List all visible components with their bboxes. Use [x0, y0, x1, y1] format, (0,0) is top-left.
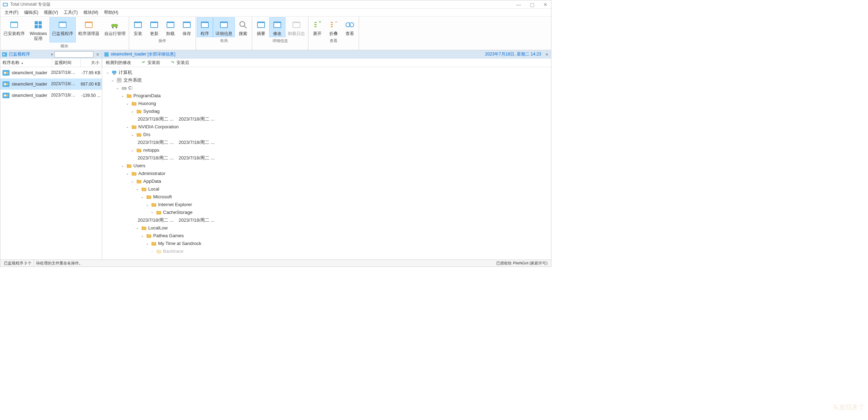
svg-point-14: [116, 27, 117, 28]
tree-node[interactable]: ⌄Administrator: [102, 170, 551, 177]
tab-detected[interactable]: 检测到的修改: [102, 59, 138, 67]
ribbon-autorun-button[interactable]: 自运行管理: [102, 17, 128, 42]
collapse-toggle-icon[interactable]: ⌄: [105, 70, 110, 74]
ribbon-save-button[interactable]: 保存: [179, 17, 195, 37]
collapse-toggle-icon[interactable]: ⌄: [130, 109, 135, 113]
menu-item-3[interactable]: 工具(T): [61, 9, 80, 16]
tree-node[interactable]: ⌄文件系统: [102, 76, 551, 84]
installed-icon: [8, 19, 20, 30]
ribbon-search-button[interactable]: 搜索: [235, 17, 251, 37]
tree-dates-row[interactable]: 2023/7/18/周二 ...2023/7/18/周二 ...: [102, 216, 551, 224]
ribbon-winapps-button[interactable]: Windows 应用: [27, 17, 50, 42]
undo-arrow-icon: ↶: [142, 60, 145, 65]
col-name[interactable]: 程序名称 ▲: [0, 59, 52, 67]
tree-node[interactable]: ⌄Sysdiag: [102, 107, 551, 115]
menu-item-2[interactable]: 视图(V): [41, 9, 61, 16]
tree-node[interactable]: ⌄nvtopps: [102, 146, 551, 154]
tree-node[interactable]: ⌄Local: [102, 185, 551, 193]
tab-after[interactable]: ↷安装后: [167, 59, 196, 67]
maximize-button[interactable]: ▢: [528, 2, 536, 7]
ribbon-update-button[interactable]: 更新: [146, 17, 162, 37]
collapse-toggle-icon[interactable]: ⌄: [130, 148, 135, 152]
folder-icon: [156, 249, 162, 254]
menu-item-4[interactable]: 模块(M): [81, 9, 101, 16]
list-item[interactable]: steamclient_loader2023/7/18/周二 ...-139.5…: [0, 90, 102, 101]
collapse-toggle-icon[interactable]: ⌄: [125, 125, 130, 129]
collapse-toggle-icon[interactable]: ⌄: [145, 203, 150, 206]
tree-node[interactable]: ⌄Drs: [102, 131, 551, 139]
tree-node[interactable]: ⌄ProgramData: [102, 92, 551, 100]
tab-label: 检测到的修改: [106, 60, 131, 66]
tab-before[interactable]: ↶安装前: [138, 59, 167, 67]
left-panel-close-icon[interactable]: ×: [95, 52, 100, 57]
ribbon-install-button[interactable]: 安装: [130, 17, 146, 37]
collapse-toggle-icon[interactable]: ⌄: [140, 234, 145, 238]
list-item[interactable]: steamclient_loader2023/7/18/周二 ...-77.95…: [0, 67, 102, 78]
collapse-toggle-icon[interactable]: ⌄: [120, 164, 125, 168]
tree-node[interactable]: ⌄AppData: [102, 177, 551, 185]
menu-item-0[interactable]: 文件(F): [2, 9, 21, 16]
tree-node[interactable]: ⌄计算机: [102, 69, 551, 76]
tree-node[interactable]: ⌄Pathea Games: [102, 232, 551, 240]
tree-node[interactable]: ⌄Microsoft: [102, 193, 551, 201]
collapse-toggle-icon[interactable]: ⌄: [145, 241, 150, 245]
menu-item-1[interactable]: 编辑(E): [21, 9, 41, 16]
tree-label: Backtrace: [163, 249, 184, 254]
collapse-toggle-icon[interactable]: ⌄: [125, 171, 130, 175]
tree-node[interactable]: ⌄Users: [102, 162, 551, 170]
col-size[interactable]: 大小: [81, 59, 102, 67]
menu-item-5[interactable]: 帮助(H): [101, 9, 121, 16]
tree-node[interactable]: ›Backtrace: [102, 247, 551, 255]
tree-node[interactable]: ⌄My Time at Sandrock: [102, 240, 551, 247]
svg-rect-36: [314, 24, 317, 25]
tree-dates-row[interactable]: 2023/7/18/周二 ...2023/7/18/周二 ...: [102, 139, 551, 146]
tree-node[interactable]: ⌄Internet Explorer: [102, 201, 551, 209]
collapse-toggle-icon[interactable]: ⌄: [135, 226, 140, 230]
program-icon: [2, 69, 10, 77]
tree-node[interactable]: ⌄NVIDIA Corporation: [102, 123, 551, 131]
cleaner-icon: [83, 19, 94, 30]
right-panel-close-icon[interactable]: ×: [544, 52, 550, 57]
tree-node[interactable]: ⌄C:: [102, 84, 551, 92]
collapse-toggle-icon[interactable]: ⌄: [140, 195, 145, 199]
collapse-toggle-icon[interactable]: ⌄: [135, 187, 140, 191]
list-item[interactable]: steamclient_loader2023/7/18/周二 ...667.00…: [0, 78, 102, 90]
program-list: steamclient_loader2023/7/18/周二 ...-77.95…: [0, 67, 102, 259]
ribbon-monitored-button[interactable]: 已监视程序: [50, 17, 76, 42]
tree-label: C:: [128, 85, 133, 91]
ribbon-cleaner-button[interactable]: 程序清理器: [76, 17, 102, 42]
list-item-name: steamclient_loader: [12, 82, 51, 87]
ribbon-installed-button[interactable]: 已安装程序: [1, 17, 27, 42]
tree-dates-row[interactable]: 2023/7/18/周二 ...2023/7/18/周二 ...: [102, 115, 551, 123]
ribbon-collapse-button[interactable]: −折叠: [325, 17, 342, 37]
expand-toggle-icon[interactable]: ›: [150, 210, 155, 214]
ribbon-view-button[interactable]: 查看: [342, 17, 358, 37]
ribbon-expand-button[interactable]: +展开: [309, 17, 325, 37]
ribbon-details-button[interactable]: 详细信息: [213, 17, 235, 37]
expand-toggle-icon[interactable]: ›: [150, 249, 155, 253]
ribbon-uninstall-button[interactable]: 卸载: [162, 17, 179, 37]
minimize-button[interactable]: ―: [515, 2, 522, 7]
close-button[interactable]: ✕: [542, 2, 549, 7]
collapse-toggle-icon[interactable]: ⌄: [130, 133, 135, 136]
svg-rect-18: [151, 23, 157, 27]
filter-icon[interactable]: ▾: [51, 52, 53, 57]
ribbon-summary-button[interactable]: 摘要: [253, 17, 269, 37]
tree-node[interactable]: ⌄LocalLow: [102, 224, 551, 232]
ribbon-modify-button[interactable]: 修改: [269, 17, 285, 37]
ribbon-program-button[interactable]: 程序: [197, 17, 213, 37]
tree-date: 2023/7/18/周二 ...: [179, 139, 215, 146]
collapse-toggle-icon[interactable]: ⌄: [115, 86, 120, 90]
collapse-toggle-icon[interactable]: ⌄: [125, 101, 130, 105]
collapse-toggle-icon[interactable]: ⌄: [110, 78, 115, 82]
tree-node[interactable]: ⌄Huorong: [102, 100, 551, 107]
col-time[interactable]: 监视时间: [52, 59, 81, 67]
tree-dates-row[interactable]: 2023/7/18/周二 ...2023/7/18/周二 ...: [102, 154, 551, 162]
search-input[interactable]: [54, 51, 93, 58]
tree-node[interactable]: ›CacheStorage: [102, 209, 551, 216]
ribbon-label: 摘要: [257, 31, 265, 36]
changes-tree[interactable]: ⌄计算机⌄文件系统⌄C:⌄ProgramData⌄Huorong⌄Sysdiag…: [102, 67, 551, 259]
collapse-toggle-icon[interactable]: ⌄: [120, 94, 125, 98]
collapse-toggle-icon[interactable]: ⌄: [130, 179, 135, 183]
tree-label: 文件系统: [123, 77, 142, 83]
